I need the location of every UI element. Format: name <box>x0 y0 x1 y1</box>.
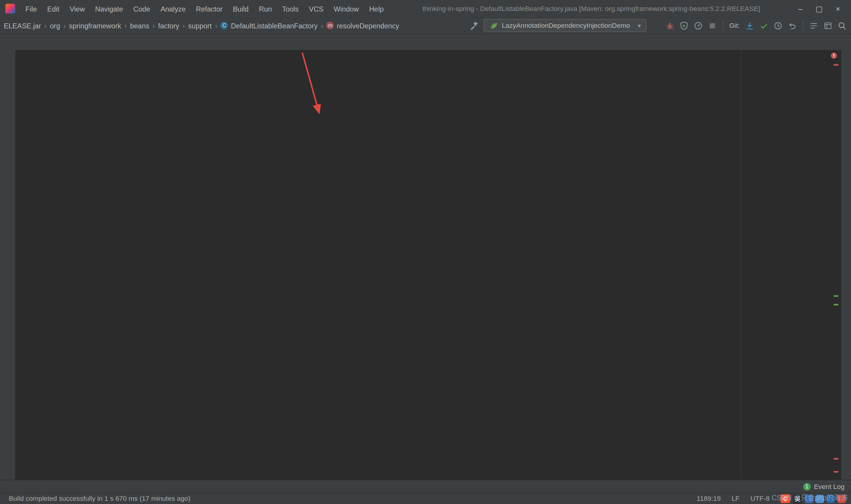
tray-icon <box>805 494 813 503</box>
actions-git <box>745 21 797 30</box>
leaf-icon <box>489 21 498 30</box>
event-log-label: Event Log <box>814 483 845 490</box>
error-stripe-mark[interactable] <box>834 64 838 66</box>
revert-icon[interactable] <box>787 21 797 30</box>
minimize-icon[interactable]: – <box>798 4 802 13</box>
breadcrumb-separator: › <box>214 22 218 30</box>
idea-logo-icon <box>5 4 15 14</box>
breadcrumb-separator: › <box>181 22 186 30</box>
editor-tabs <box>15 34 841 50</box>
breadcrumb-separator: › <box>151 22 156 30</box>
breadcrumb-separator: › <box>43 22 48 30</box>
build-status-message: Build completed successfully in 1 s 670 … <box>8 495 190 503</box>
toolbar-separator <box>723 21 723 31</box>
window-controls: – ▢ × <box>794 4 847 13</box>
stop-icon[interactable] <box>707 21 717 30</box>
breadcrumb-item-defaultlistablebeanfactory[interactable]: CDefaultListableBeanFactory <box>219 20 319 31</box>
menu-run[interactable]: Run <box>254 2 277 15</box>
run-icon[interactable] <box>651 21 660 30</box>
window-title: thinking-in-spring - DefaultListableBean… <box>390 5 793 13</box>
menu-navigate[interactable]: Navigate <box>90 2 128 15</box>
breadcrumb-item-springframework[interactable]: springframework <box>67 20 123 31</box>
editor-column <box>15 34 841 480</box>
event-log-button[interactable]: 1 Event Log <box>803 483 845 490</box>
coverage-icon[interactable] <box>679 21 688 30</box>
tray-icon <box>816 494 824 503</box>
method-icon: m <box>327 22 334 29</box>
left-toolwindow-stripe <box>0 34 15 480</box>
toolbar-separator <box>803 21 803 31</box>
breadcrumb-label: resolveDependency <box>337 22 399 30</box>
menu-build[interactable]: Build <box>228 2 254 15</box>
class-icon: C <box>220 22 228 29</box>
toolwindow-bar: 1 Event Log <box>0 480 851 493</box>
breadcrumb-label: beans <box>130 22 149 30</box>
update-icon[interactable] <box>745 21 754 30</box>
menu-edit[interactable]: Edit <box>42 2 64 15</box>
error-stripe-mark[interactable] <box>834 471 838 473</box>
annotation-arrow <box>15 50 841 480</box>
breadcrumb-label: factory <box>158 22 179 30</box>
breadcrumb-item-support[interactable]: support <box>186 20 213 31</box>
right-toolwindow-stripe <box>841 34 851 480</box>
menu-help[interactable]: Help <box>364 2 388 15</box>
actions-misc <box>809 21 847 30</box>
menu-analyze[interactable]: Analyze <box>156 2 191 15</box>
debug-icon[interactable] <box>665 21 674 30</box>
breadcrumb-separator: › <box>320 22 324 30</box>
ime-indicator: 英 <box>793 494 802 503</box>
breadcrumb-label: org <box>50 22 60 30</box>
maximize-icon[interactable]: ▢ <box>816 4 822 13</box>
status-message-area: Build completed successfully in 1 s 670 … <box>4 495 191 503</box>
menu-code[interactable]: Code <box>129 2 155 15</box>
breadcrumb-label: springframework <box>69 22 121 30</box>
line-separator-widget[interactable]: LF <box>731 495 740 503</box>
ide-window: FileEditViewNavigateCodeAnalyzeRefactorB… <box>0 0 851 504</box>
menubar: FileEditViewNavigateCodeAnalyzeRefactorB… <box>21 2 388 15</box>
menu-window[interactable]: Window <box>329 2 364 15</box>
breadcrumb-item-org[interactable]: org <box>48 20 62 31</box>
tray-icon <box>837 494 846 503</box>
toolbar-actions: LazyAnnotationDependencyInjectionDemo ▾ … <box>469 19 847 32</box>
menu-refactor[interactable]: Refactor <box>191 2 227 15</box>
breadcrumb-item-resolvedependency[interactable]: mresolveDependency <box>325 20 401 31</box>
inspection-error-badge[interactable] <box>830 51 838 60</box>
vcs-stripe-mark[interactable] <box>834 304 838 306</box>
csdn-logo-icon: C <box>780 494 790 503</box>
menu-vcs[interactable]: VCS <box>304 2 328 15</box>
run-configuration-select[interactable]: LazyAnnotationDependencyInjectionDemo ▾ <box>484 19 646 32</box>
titlebar: FileEditViewNavigateCodeAnalyzeRefactorB… <box>0 0 851 17</box>
search-icon[interactable] <box>837 21 847 30</box>
right-margin-guide <box>741 50 741 480</box>
menu-view[interactable]: View <box>65 2 90 15</box>
main-region <box>0 34 851 480</box>
breadcrumb-item-beans[interactable]: beans <box>129 20 151 31</box>
system-tray: C 英 <box>780 494 847 503</box>
layout-icon[interactable] <box>823 21 832 30</box>
breadcrumb-separator: › <box>62 22 67 30</box>
hammer-icon[interactable] <box>469 21 478 30</box>
encoding-widget[interactable]: UTF-8 <box>750 495 769 503</box>
event-log-badge: 1 <box>803 483 811 490</box>
breadcrumb-label: ELEASE.jar <box>4 22 41 30</box>
close-icon[interactable]: × <box>836 4 840 13</box>
menu-tools[interactable]: Tools <box>277 2 304 15</box>
actions-run <box>651 21 717 30</box>
breadcrumb: ELEASE.jar›org›springframework›beans›fac… <box>2 20 401 31</box>
navigation-bar: ELEASE.jar›org›springframework›beans›fac… <box>0 17 851 34</box>
chevron-down-icon: ▾ <box>638 22 640 29</box>
commit-icon[interactable] <box>759 21 768 30</box>
profiler-icon[interactable] <box>693 21 703 30</box>
run-configuration-label: LazyAnnotationDependencyInjectionDemo <box>502 22 630 29</box>
error-stripe-mark[interactable] <box>834 458 838 460</box>
menu-file[interactable]: File <box>21 2 42 15</box>
caret-position-widget[interactable]: 1189:19 <box>697 495 721 503</box>
breadcrumb-item-factory[interactable]: factory <box>157 20 181 31</box>
vcs-stripe-mark[interactable] <box>834 295 838 297</box>
history-icon[interactable] <box>773 21 782 30</box>
shelf-icon[interactable] <box>809 21 818 30</box>
tray-icon <box>827 494 835 503</box>
breadcrumb-item-elease-jar[interactable]: ELEASE.jar <box>2 20 42 31</box>
code-editor[interactable] <box>15 50 841 480</box>
breadcrumb-label: support <box>188 22 212 30</box>
